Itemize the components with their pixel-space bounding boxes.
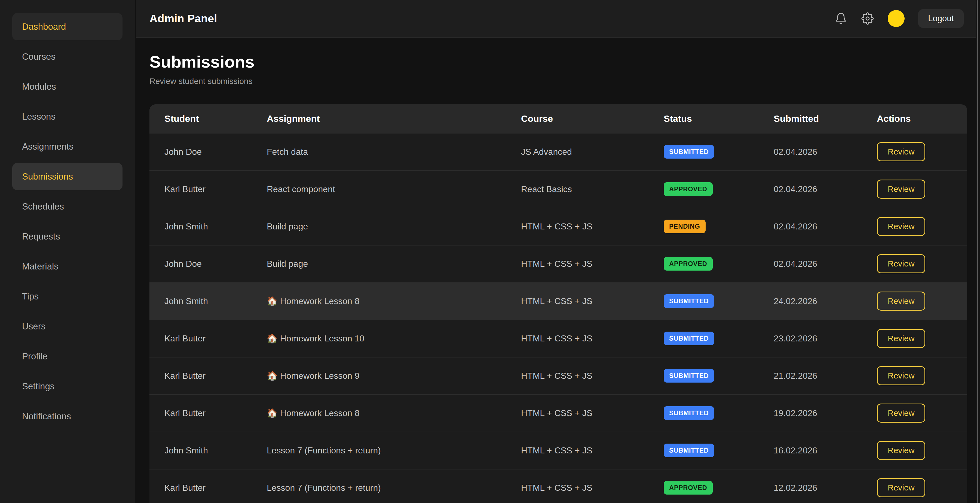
sidebar-item-users[interactable]: Users bbox=[12, 313, 123, 340]
column-header-actions: Actions bbox=[862, 113, 967, 124]
sidebar-item-requests[interactable]: Requests bbox=[12, 223, 123, 250]
content: Submissions Review student submissions S… bbox=[136, 38, 980, 503]
student-value: John Doe bbox=[164, 259, 202, 269]
table-row: Karl Butter🏠 Homework Lesson 10HTML + CS… bbox=[150, 319, 967, 357]
student-value: Karl Butter bbox=[164, 371, 205, 381]
assignment-cell: 🏠 Homework Lesson 8 bbox=[252, 296, 506, 306]
review-button[interactable]: Review bbox=[877, 254, 925, 273]
review-button[interactable]: Review bbox=[877, 329, 925, 348]
status-cell: SUBMITTED bbox=[649, 332, 759, 345]
assignment-value: Lesson 7 (Functions + return) bbox=[267, 483, 381, 493]
sidebar-item-label: Requests bbox=[22, 232, 60, 242]
scrollbar-thumb[interactable] bbox=[977, 0, 978, 503]
submitted-cell: 02.04.2026 bbox=[759, 147, 862, 157]
sidebar-item-schedules[interactable]: Schedules bbox=[12, 193, 123, 220]
submitted-value: 19.02.2026 bbox=[774, 408, 817, 418]
status-cell: PENDING bbox=[649, 220, 759, 233]
sidebar-item-label: Submissions bbox=[22, 171, 73, 182]
sidebar-item-profile[interactable]: Profile bbox=[12, 343, 123, 370]
submitted-cell: 23.02.2026 bbox=[759, 334, 862, 343]
review-button[interactable]: Review bbox=[877, 478, 925, 497]
course-value: HTML + CSS + JS bbox=[521, 334, 592, 343]
topbar: Admin Panel Logout bbox=[136, 0, 980, 38]
student-cell: John Doe bbox=[150, 259, 252, 269]
sidebar-item-dashboard[interactable]: Dashboard bbox=[12, 13, 123, 40]
vertical-scrollbar[interactable] bbox=[976, 0, 980, 503]
sidebar-item-assignments[interactable]: Assignments bbox=[12, 133, 123, 160]
column-header-status: Status bbox=[649, 113, 759, 124]
student-value: John Doe bbox=[164, 147, 202, 156]
course-cell: HTML + CSS + JS bbox=[506, 371, 649, 381]
actions-cell: Review bbox=[862, 329, 967, 348]
sidebar-item-materials[interactable]: Materials bbox=[12, 253, 123, 280]
student-value: Karl Butter bbox=[164, 184, 205, 194]
table-body: John DoeFetch dataJS AdvancedSUBMITTED02… bbox=[150, 133, 967, 503]
sidebar-item-submissions[interactable]: Submissions bbox=[12, 163, 123, 190]
sidebar-item-modules[interactable]: Modules bbox=[12, 73, 123, 100]
sidebar-item-notifications[interactable]: Notifications bbox=[12, 403, 123, 430]
submitted-cell: 21.02.2026 bbox=[759, 371, 862, 381]
assignment-value: 🏠 Homework Lesson 9 bbox=[267, 371, 360, 381]
course-cell: HTML + CSS + JS bbox=[506, 408, 649, 418]
student-value: John Smith bbox=[164, 446, 208, 455]
sidebar-item-label: Schedules bbox=[22, 201, 64, 212]
submitted-cell: 02.04.2026 bbox=[759, 184, 862, 194]
assignment-cell: Build page bbox=[252, 259, 506, 269]
table-row: John DoeBuild pageHTML + CSS + JSAPPROVE… bbox=[150, 245, 967, 282]
course-cell: HTML + CSS + JS bbox=[506, 483, 649, 493]
actions-cell: Review bbox=[862, 366, 967, 385]
status-badge: SUBMITTED bbox=[664, 145, 714, 158]
course-cell: HTML + CSS + JS bbox=[506, 259, 649, 269]
student-cell: John Doe bbox=[150, 147, 252, 157]
sidebar-item-label: Materials bbox=[22, 261, 59, 271]
review-button[interactable]: Review bbox=[877, 292, 925, 311]
student-cell: Karl Butter bbox=[150, 483, 252, 493]
actions-cell: Review bbox=[862, 217, 967, 236]
assignment-value: React component bbox=[267, 184, 335, 194]
review-button[interactable]: Review bbox=[877, 142, 925, 161]
actions-cell: Review bbox=[862, 292, 967, 311]
review-button[interactable]: Review bbox=[877, 180, 925, 199]
sidebar-item-lessons[interactable]: Lessons bbox=[12, 103, 123, 130]
status-badge: SUBMITTED bbox=[664, 444, 714, 457]
assignment-value: 🏠 Homework Lesson 8 bbox=[267, 296, 360, 306]
sidebar-item-label: Modules bbox=[22, 81, 56, 92]
avatar[interactable] bbox=[888, 10, 905, 27]
logout-button[interactable]: Logout bbox=[918, 9, 964, 28]
bell-icon[interactable] bbox=[834, 12, 848, 25]
course-value: HTML + CSS + JS bbox=[521, 483, 592, 493]
topbar-actions: Logout bbox=[834, 9, 964, 28]
review-button[interactable]: Review bbox=[877, 441, 925, 460]
assignment-cell: Build page bbox=[252, 222, 506, 232]
review-button[interactable]: Review bbox=[877, 404, 925, 423]
review-button[interactable]: Review bbox=[877, 217, 925, 236]
course-value: HTML + CSS + JS bbox=[521, 296, 592, 306]
course-cell: HTML + CSS + JS bbox=[506, 296, 649, 306]
assignment-cell: Lesson 7 (Functions + return) bbox=[252, 446, 506, 455]
sidebar-item-tips[interactable]: Tips bbox=[12, 283, 123, 310]
assignment-value: Build page bbox=[267, 259, 308, 269]
assignment-cell: Lesson 7 (Functions + return) bbox=[252, 483, 506, 493]
assignment-value: Lesson 7 (Functions + return) bbox=[267, 446, 381, 455]
status-cell: SUBMITTED bbox=[649, 406, 759, 420]
gear-icon[interactable] bbox=[861, 12, 874, 25]
student-value: John Smith bbox=[164, 296, 208, 306]
submitted-cell: 16.02.2026 bbox=[759, 446, 862, 455]
sidebar-item-label: Assignments bbox=[22, 141, 73, 152]
sidebar-item-label: Settings bbox=[22, 381, 54, 391]
student-value: Karl Butter bbox=[164, 334, 205, 343]
page-subtitle: Review student submissions bbox=[150, 77, 967, 86]
student-cell: John Smith bbox=[150, 296, 252, 306]
status-badge: APPROVED bbox=[664, 481, 713, 495]
submitted-value: 21.02.2026 bbox=[774, 371, 817, 381]
table-row: John SmithLesson 7 (Functions + return)H… bbox=[150, 432, 967, 469]
table-header-row: Student Assignment Course Status Submitt… bbox=[150, 104, 967, 133]
sidebar-item-settings[interactable]: Settings bbox=[12, 373, 123, 400]
sidebar-item-courses[interactable]: Courses bbox=[12, 43, 123, 70]
review-button[interactable]: Review bbox=[877, 366, 925, 385]
sidebar: DashboardCoursesModulesLessonsAssignment… bbox=[0, 0, 135, 503]
app-title: Admin Panel bbox=[150, 12, 217, 25]
status-cell: SUBMITTED bbox=[649, 444, 759, 457]
sidebar-item-label: Tips bbox=[22, 291, 39, 302]
assignment-cell: Fetch data bbox=[252, 147, 506, 157]
